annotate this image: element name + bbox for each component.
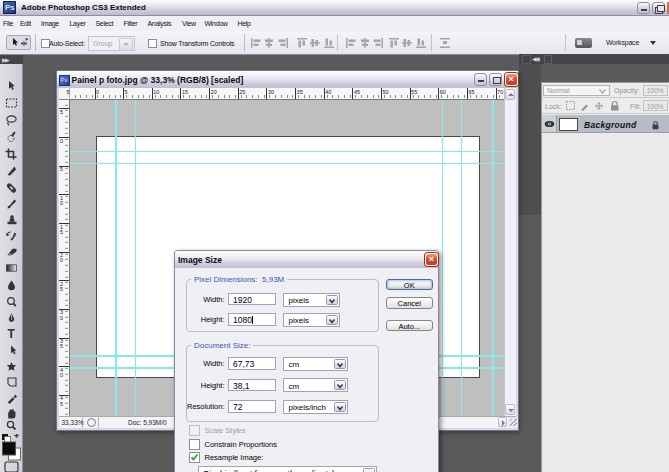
svg-text:T: T — [8, 327, 16, 341]
